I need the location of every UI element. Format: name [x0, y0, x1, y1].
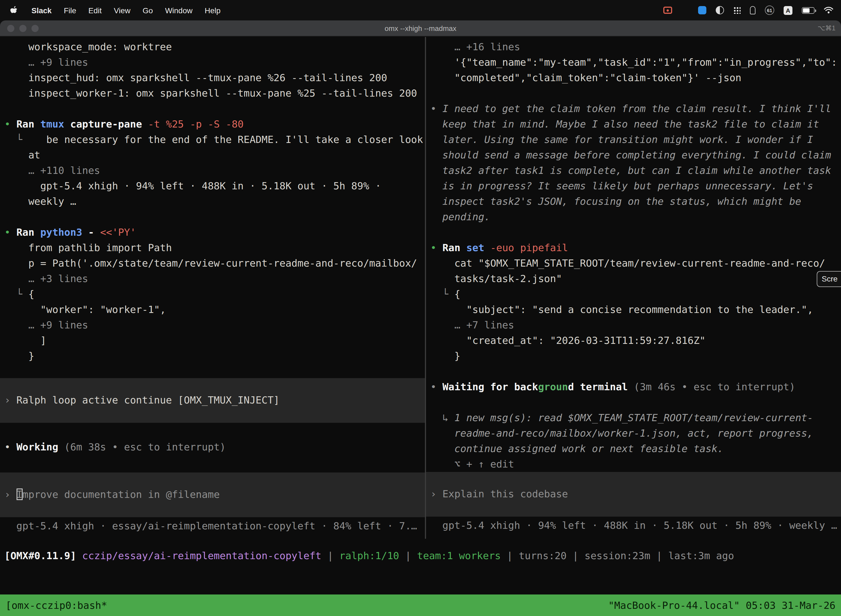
- terminal-line: }: [0, 348, 425, 364]
- text-segment: Ran: [442, 242, 466, 253]
- tmux-session-name: [omx-cczip0:bash*: [6, 600, 107, 611]
- terminal-line: readme-and-reco/mailbox/worker-1.json, a…: [426, 425, 841, 441]
- menu-window[interactable]: Window: [159, 6, 199, 15]
- text-segment: •: [4, 441, 16, 453]
- text-segment: be necessary for the end of the README. …: [22, 133, 423, 145]
- window-manager-icon[interactable]: [681, 7, 689, 14]
- close-button[interactable]: [7, 25, 14, 32]
- terminal-line: workspace_mode: worktree: [0, 39, 425, 55]
- text-segment: p = Path('.omx/state/team/review-current…: [4, 257, 417, 269]
- text-segment: inspect task2's JSON, focusing on the st…: [431, 195, 801, 207]
- text-segment: … +3 lines: [4, 273, 88, 284]
- text-segment: later. Using the same for transition mig…: [431, 133, 813, 145]
- terminal-line: is in progress? It seems likely but perh…: [426, 178, 841, 194]
- text-segment: Explain this codebase: [442, 488, 568, 500]
- menu-app-name[interactable]: Slack: [25, 6, 58, 15]
- terminal-line: └ be necessary for the end of the README…: [0, 132, 425, 147]
- terminal-line: gpt-5.4 xhigh · 94% left · 488K in · 5.1…: [0, 178, 425, 194]
- text-segment: … +9 lines: [4, 319, 88, 331]
- text-segment: └: [431, 288, 454, 300]
- text-segment: •: [4, 118, 16, 130]
- text-segment: readme-and-reco/mailbox/worker-1.json, a…: [431, 427, 813, 439]
- text-segment: team:1 workers: [417, 550, 501, 561]
- text-segment: "subject": "send a concise recommendatio…: [431, 304, 813, 315]
- terminal-content: workspace_mode: worktree … +9 lines insp…: [0, 37, 841, 616]
- text-segment: └: [4, 288, 28, 300]
- battery-percent-badge[interactable]: 61: [765, 6, 774, 15]
- composer-placeholder-left[interactable]: › Improve documentation in @filename: [0, 472, 425, 517]
- menu-view[interactable]: View: [108, 6, 136, 15]
- left-pane[interactable]: workspace_mode: worktree … +9 lines insp…: [0, 37, 425, 539]
- text-segment: tmux: [40, 118, 70, 130]
- terminal-line: ⌥ + ↑ edit: [426, 456, 841, 472]
- text-segment: keep that in mind. Maybe I also need the…: [431, 118, 819, 130]
- text-segment: ↳: [431, 412, 454, 423]
- text-segment: |: [399, 550, 417, 561]
- zoom-button[interactable]: [31, 25, 39, 32]
- blue-app-icon[interactable]: [698, 6, 706, 14]
- text-segment: Waiting for back: [442, 381, 538, 392]
- composer-placeholder-right[interactable]: › Explain this codebase: [426, 472, 841, 517]
- text-segment: inspect_worker-1: omx sparkshell --tmux-…: [4, 87, 417, 99]
- terminal-line: inspect_hud: omx sparkshell --tmux-pane …: [0, 70, 425, 85]
- text-segment: {: [454, 288, 460, 300]
- terminal-line: cat "$OMX_TEAM_STATE_ROOT/team/review-cu…: [426, 255, 841, 271]
- text-segment: Ran: [16, 118, 40, 130]
- terminal-line: └ {: [426, 286, 841, 302]
- menu-edit[interactable]: Edit: [82, 6, 108, 15]
- input-source-icon[interactable]: A: [784, 6, 793, 15]
- dark-app-icon[interactable]: [716, 6, 724, 14]
- terminal-line: • Working (6m 38s • esc to interrupt): [0, 439, 425, 455]
- terminal-line: • Ran set -euo pipefail: [426, 240, 841, 255]
- text-segment: gpt-5.4 xhigh · 94% left · 488K in · 5.1…: [431, 519, 837, 531]
- text-segment: "worker": "worker-1",: [4, 304, 166, 315]
- terminal-line: ↳ 1 new msg(s): read $OMX_TEAM_STATE_ROO…: [426, 410, 841, 425]
- text-segment: capture-pane: [70, 118, 148, 130]
- text-segment: •: [431, 381, 442, 392]
- screen-capture-popup[interactable]: Scre: [817, 271, 841, 287]
- terminal-line: … +9 lines: [0, 55, 425, 70]
- spacer: [426, 85, 841, 101]
- terminal-line: inspect_worker-1: omx sparkshell --tmux-…: [0, 85, 425, 101]
- text-segment: |: [651, 550, 668, 561]
- text-segment: cat "$OMX_TEAM_STATE_ROOT/team/review-cu…: [431, 257, 825, 269]
- text-segment: |: [501, 550, 519, 561]
- spacer: [426, 224, 841, 240]
- terminal-line: later. Using the same for transition mig…: [426, 132, 841, 147]
- text-segment: |: [321, 550, 339, 561]
- text-segment: Ran: [16, 226, 40, 238]
- right-pane[interactable]: … +16 lines '{"team_name":"my-team","tas…: [426, 37, 841, 539]
- omx-status-line: [OMX#0.11.9] cczip/essay/ai-reimplementa…: [0, 539, 841, 563]
- spacer: [0, 364, 425, 378]
- menu-go[interactable]: Go: [136, 6, 159, 15]
- text-segment: '{"team_name":"my-team","task_id":"1","f…: [431, 56, 837, 68]
- title-bar[interactable]: omx --xhigh --madmax ⌥⌘1: [0, 21, 841, 37]
- spacer: [0, 209, 425, 224]
- menu-file[interactable]: File: [58, 6, 82, 15]
- outline-app-icon[interactable]: [750, 6, 756, 14]
- terminal-line: "created_at": "2026-03-31T11:59:27.816Z": [426, 333, 841, 348]
- composer-input-left[interactable]: › Ralph loop active continue [OMX_TMUX_I…: [0, 378, 425, 423]
- terminal-line: pending.: [426, 209, 841, 224]
- terminal-line: '{"team_name":"my-team","task_id":"1","f…: [426, 55, 841, 70]
- terminal-line: • Ran tmux capture-pane -t %25 -p -S -80: [0, 116, 425, 132]
- terminal-line: • Waiting for background terminal (3m 46…: [426, 379, 841, 395]
- terminal-line: ]: [0, 333, 425, 348]
- text-segment: "created_at": "2026-03-31T11:59:27.816Z": [431, 334, 706, 346]
- text-segment: -t %25 -p -S -80: [148, 118, 244, 130]
- spacer: [426, 395, 841, 410]
- minimize-button[interactable]: [19, 25, 26, 32]
- app-grid-icon[interactable]: [733, 7, 741, 14]
- terminal-line: p = Path('.omx/state/team/review-current…: [0, 255, 425, 271]
- menu-help[interactable]: Help: [199, 6, 227, 15]
- text-segment: ›: [4, 488, 16, 500]
- spacer: [0, 423, 425, 439]
- text-segment: I: [16, 488, 22, 500]
- text-segment: (3m 46s • esc to interrupt): [634, 381, 795, 392]
- text-segment: last:3m ago: [668, 550, 734, 561]
- traffic-lights: [7, 25, 39, 32]
- wifi-icon[interactable]: [824, 7, 833, 14]
- screen-recording-icon[interactable]: [663, 7, 672, 14]
- apple-menu-icon[interactable]: [10, 6, 18, 15]
- battery-icon[interactable]: [802, 7, 815, 13]
